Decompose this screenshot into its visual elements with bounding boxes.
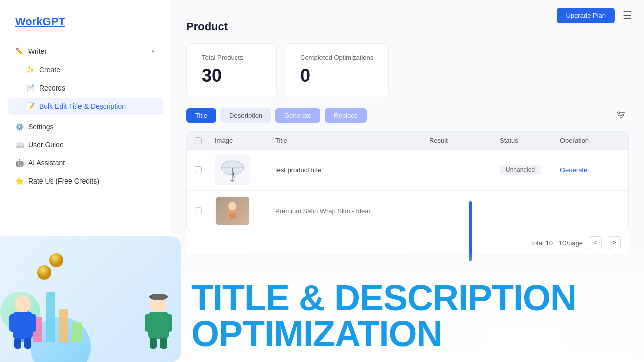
row1-image-cell xyxy=(215,155,275,185)
row2-title: Premium Satin Wrap Slim - Ideal xyxy=(275,207,429,215)
menu-icon[interactable]: ☰ xyxy=(621,7,634,23)
tab-description[interactable]: Description xyxy=(220,108,271,123)
sidebar-records-label: Records xyxy=(39,84,65,92)
pagination-prev[interactable]: < xyxy=(589,236,602,249)
character-illustration xyxy=(0,231,181,362)
stats-row: Total Products 30 Completed Optimization… xyxy=(186,43,629,97)
pagination-total: Total 10 xyxy=(530,239,553,247)
row2-checkbox-cell xyxy=(195,207,215,214)
header-checkbox-col xyxy=(195,137,215,144)
stat-label-completed: Completed Optimizations xyxy=(300,54,373,61)
sidebar-writer-label: Writer xyxy=(28,47,47,55)
svg-rect-21 xyxy=(150,338,157,349)
filter-icon[interactable] xyxy=(613,107,629,123)
settings-icon: ⚙️ xyxy=(15,123,23,131)
stat-value-completed: 0 xyxy=(300,65,373,86)
svg-rect-24 xyxy=(152,294,165,300)
ai-assistant-icon: 🤖 xyxy=(15,159,23,167)
row1-product-image xyxy=(215,155,250,185)
stat-card-completed: Completed Optimizations 0 xyxy=(285,43,389,97)
table-row: test product title Unhandled Generate xyxy=(187,150,628,191)
sidebar-item-user-guide[interactable]: 📖 User Guide xyxy=(8,137,163,153)
header-result: Result xyxy=(429,137,500,144)
sidebar-item-create[interactable]: ✨ Create xyxy=(8,61,163,78)
svg-rect-19 xyxy=(145,314,151,332)
svg-rect-10 xyxy=(229,213,236,219)
row1-operation: Generate xyxy=(560,166,620,174)
header-checkbox[interactable] xyxy=(195,137,202,144)
row2-product-image xyxy=(215,196,250,226)
svg-point-8 xyxy=(228,202,236,211)
table-row: Premium Satin Wrap Slim - Ideal xyxy=(187,191,628,231)
pagination-next[interactable]: > xyxy=(608,236,621,249)
sidebar-item-bulk-edit[interactable]: 📝 Bulk Edit Title & Description xyxy=(8,98,163,115)
overlay-title-line2: OPTIMIZATION xyxy=(191,316,644,352)
row1-title: test product title xyxy=(275,166,429,174)
header-image: Image xyxy=(215,137,275,144)
svg-rect-18 xyxy=(148,312,169,339)
stat-value-total: 30 xyxy=(202,65,261,86)
sidebar-ai-label: AI Assistant xyxy=(28,159,65,167)
sidebar-rate-label: Rate Us (Free Credits) xyxy=(28,177,99,185)
pagination-per-page: 10/page xyxy=(559,239,583,247)
generate-button[interactable]: Generate xyxy=(275,108,320,123)
user-guide-icon: 📖 xyxy=(15,141,23,149)
sidebar-item-ai-assistant[interactable]: 🤖 AI Assistant xyxy=(8,155,163,171)
records-icon: 📄 xyxy=(26,84,34,92)
sidebar-settings-label: Settings xyxy=(28,123,54,131)
rate-us-icon: ⭐ xyxy=(15,177,23,185)
overlay-title-line1: TITLE & DESCRIPTION xyxy=(191,280,644,316)
row2-image-cell xyxy=(215,196,275,226)
row1-status-badge: Unhandled xyxy=(500,165,541,175)
svg-rect-14 xyxy=(30,314,36,332)
tab-row: Title Description Generate Replace xyxy=(186,107,629,123)
svg-point-26 xyxy=(49,253,63,267)
svg-point-25 xyxy=(37,265,51,280)
svg-rect-12 xyxy=(13,312,33,339)
svg-point-3 xyxy=(618,112,620,114)
svg-rect-20 xyxy=(166,314,172,332)
sidebar-create-label: Create xyxy=(39,66,60,74)
sidebar-user-guide-label: User Guide xyxy=(28,141,64,149)
table-header: Image Title Result Status Operation xyxy=(187,132,628,150)
upgrade-button[interactable]: Upgrade Plan xyxy=(557,8,615,23)
logo[interactable]: WorkGPT xyxy=(15,15,65,28)
svg-rect-13 xyxy=(9,314,15,332)
replace-button[interactable]: Replace xyxy=(325,108,367,123)
svg-rect-22 xyxy=(160,338,167,349)
sidebar-item-rate-us[interactable]: ⭐ Rate Us (Free Credits) xyxy=(8,173,163,189)
header-operation: Operation xyxy=(560,137,620,144)
stat-card-total-products: Total Products 30 xyxy=(186,43,277,97)
row1-checkbox-cell xyxy=(195,166,215,173)
row1-status: Unhandled xyxy=(500,165,560,175)
logo-area: WorkGPT xyxy=(0,10,171,38)
topbar: Upgrade Plan ☰ xyxy=(547,0,645,30)
svg-point-11 xyxy=(15,295,31,313)
row1-checkbox[interactable] xyxy=(195,166,202,173)
sidebar-bulk-edit-label: Bulk Edit Title & Description xyxy=(39,102,126,110)
writer-chevron-icon: ∧ xyxy=(151,48,155,55)
svg-rect-16 xyxy=(24,338,31,349)
svg-point-4 xyxy=(622,114,624,116)
stat-label-total: Total Products xyxy=(202,54,261,61)
product-table: Image Title Result Status Operation xyxy=(186,131,629,231)
row2-checkbox[interactable] xyxy=(195,207,202,214)
tab-title[interactable]: Title xyxy=(186,108,216,123)
svg-rect-15 xyxy=(14,338,21,349)
header-title: Title xyxy=(275,137,429,144)
sidebar-section-writer[interactable]: ✏️ Writer ∧ xyxy=(8,43,163,59)
sidebar-item-records[interactable]: 📄 Records xyxy=(8,79,163,97)
row1-generate-link[interactable]: Generate xyxy=(560,166,587,174)
create-icon: ✨ xyxy=(26,66,34,74)
bulk-edit-icon: 📝 xyxy=(26,102,34,110)
header-status: Status xyxy=(500,137,560,144)
writer-icon: ✏️ xyxy=(15,47,23,55)
sidebar-item-settings[interactable]: ⚙️ Settings xyxy=(8,119,163,135)
